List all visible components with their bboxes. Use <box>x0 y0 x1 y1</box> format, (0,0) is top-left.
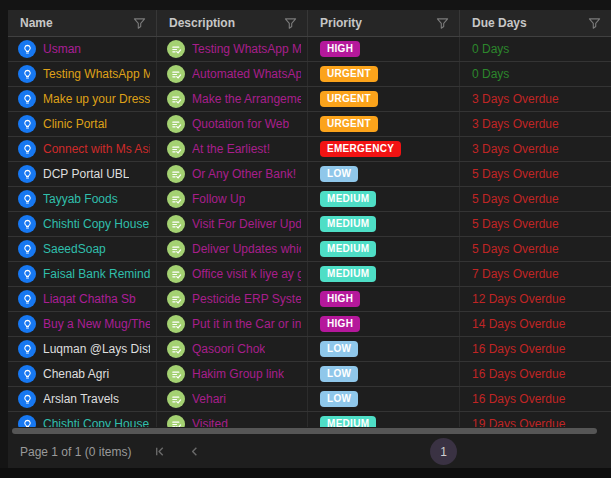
table-row[interactable]: Testing WhatsApp Msg! Automated WhatsApp… <box>8 62 611 87</box>
previous-page-icon[interactable] <box>188 445 201 458</box>
priority-badge: URGENT <box>320 116 378 132</box>
name-cell: Clinic Portal <box>8 112 157 136</box>
table-row[interactable]: Connect with Ms Asifa! At the Earliest! … <box>8 137 611 162</box>
table-row[interactable]: Usman Testing WhatsApp MSg HIGH 0 Days <box>8 37 611 62</box>
priority-cell: URGENT <box>308 112 460 136</box>
notes-check-icon <box>167 265 185 283</box>
filter-funnel-icon[interactable] <box>284 17 297 30</box>
priority-cell: LOW <box>308 387 460 411</box>
notes-check-icon <box>167 190 185 208</box>
lightbulb-icon <box>18 365 36 383</box>
due-days: 5 Days Overdue <box>472 167 559 181</box>
filter-funnel-icon[interactable] <box>436 17 449 30</box>
row-description: Vehari <box>192 392 226 406</box>
priority-badge: HIGH <box>320 291 360 307</box>
table-row[interactable]: Faisal Bank Reminder Office visit k liye… <box>8 262 611 287</box>
table-row[interactable]: Tayyab Foods Follow Up MEDIUM 5 Days Ove… <box>8 187 611 212</box>
priority-badge: MEDIUM <box>320 241 376 257</box>
row-name: Faisal Bank Reminder <box>43 267 150 281</box>
priority-cell: HIGH <box>308 37 460 61</box>
description-cell: Office visit k liye ay gy <box>157 262 308 286</box>
table-body: Usman Testing WhatsApp MSg HIGH 0 Days <box>8 37 611 427</box>
column-label: Description <box>169 16 235 30</box>
table-row[interactable]: Buy a New Mug/Thermos Put it in the Car … <box>8 312 611 337</box>
table-row[interactable]: Clinic Portal Quotation for Web URGENT 3… <box>8 112 611 137</box>
name-cell: Connect with Ms Asifa! <box>8 137 157 161</box>
due-days-cell: 3 Days Overdue <box>460 137 611 161</box>
priority-cell: LOW <box>308 337 460 361</box>
due-days-cell: 3 Days Overdue <box>460 112 611 136</box>
name-cell: DCP Portal UBL <box>8 162 157 186</box>
table-row[interactable]: Make up your Dressing & M Make the Arran… <box>8 87 611 112</box>
priority-badge: MEDIUM <box>320 416 376 427</box>
notes-check-icon <box>167 165 185 183</box>
row-name: Chishti Copy House <box>43 417 149 427</box>
table-row[interactable]: Liaqat Chatha Sb Pesticide ERP System (C… <box>8 287 611 312</box>
table-row[interactable]: Chishti Copy House Visit For Deliver Upd… <box>8 212 611 237</box>
description-cell: Make the Arrangements A <box>157 87 308 111</box>
notes-check-icon <box>167 390 185 408</box>
row-name: Usman <box>43 42 81 56</box>
table-row[interactable]: Chishti Copy House Visited MEDIUM 19 Day… <box>8 412 611 427</box>
notes-check-icon <box>167 340 185 358</box>
description-cell: Or Any Other Bank! <box>157 162 308 186</box>
row-description: Office visit k liye ay gy <box>192 267 301 281</box>
due-days-cell: 5 Days Overdue <box>460 212 611 236</box>
priority-badge: LOW <box>320 341 358 357</box>
row-name: Arslan Travels <box>43 392 119 406</box>
priority-cell: HIGH <box>308 287 460 311</box>
horizontal-scrollbar-thumb[interactable] <box>12 428 597 434</box>
table-row[interactable]: SaeedSoap Deliver Updates which the MEDI… <box>8 237 611 262</box>
notes-check-icon <box>167 365 185 383</box>
due-days: 5 Days Overdue <box>472 242 559 256</box>
lightbulb-icon <box>18 165 36 183</box>
column-label: Priority <box>320 16 362 30</box>
notes-check-icon <box>167 115 185 133</box>
row-name: Tayyab Foods <box>43 192 118 206</box>
column-header-due-days[interactable]: Due Days <box>460 10 611 36</box>
priority-cell: LOW <box>308 362 460 386</box>
first-page-icon[interactable] <box>153 445 166 458</box>
description-cell: Automated WhatsApp Msg <box>157 62 308 86</box>
row-description: Hakim Group link <box>192 367 284 381</box>
table-row[interactable]: Chenab Agri Hakim Group link LOW 16 Days… <box>8 362 611 387</box>
due-days-cell: 16 Days Overdue <box>460 362 611 386</box>
notes-check-icon <box>167 90 185 108</box>
due-days: 16 Days Overdue <box>472 342 565 356</box>
lightbulb-icon <box>18 40 36 58</box>
due-days: 3 Days Overdue <box>472 92 559 106</box>
lightbulb-icon <box>18 415 36 427</box>
row-name: Chishti Copy House <box>43 217 149 231</box>
priority-badge: MEDIUM <box>320 216 376 232</box>
name-cell: Testing WhatsApp Msg! <box>8 62 157 86</box>
name-cell: Chenab Agri <box>8 362 157 386</box>
row-name: Clinic Portal <box>43 117 107 131</box>
name-cell: Make up your Dressing & M <box>8 87 157 111</box>
due-days-cell: 16 Days Overdue <box>460 387 611 411</box>
table-row[interactable]: Luqman @Lays Distributio Qasoori Chok LO… <box>8 337 611 362</box>
description-cell: At the Earliest! <box>157 137 308 161</box>
column-header-priority[interactable]: Priority <box>308 10 460 36</box>
priority-badge: URGENT <box>320 66 378 82</box>
name-cell: Tayyab Foods <box>8 187 157 211</box>
row-description: Qasoori Chok <box>192 342 265 356</box>
row-description: Testing WhatsApp MSg <box>192 42 301 56</box>
due-days: 0 Days <box>472 42 509 56</box>
filter-funnel-icon[interactable] <box>133 17 146 30</box>
filter-funnel-icon[interactable] <box>588 17 601 30</box>
due-days: 5 Days Overdue <box>472 217 559 231</box>
page-number-button[interactable]: 1 <box>430 438 457 465</box>
row-description: Visited <box>192 417 228 427</box>
due-days-cell: 16 Days Overdue <box>460 337 611 361</box>
priority-badge: LOW <box>320 166 358 182</box>
table-row[interactable]: DCP Portal UBL Or Any Other Bank! LOW 5 … <box>8 162 611 187</box>
column-header-name[interactable]: Name <box>8 10 157 36</box>
row-description: Visit For Deliver Updates <box>192 217 301 231</box>
due-days: 14 Days Overdue <box>472 317 565 331</box>
description-cell: Hakim Group link <box>157 362 308 386</box>
description-cell: Pesticide ERP System (Co <box>157 287 308 311</box>
table-row[interactable]: Arslan Travels Vehari LOW 16 Days Overdu… <box>8 387 611 412</box>
column-header-description[interactable]: Description <box>157 10 308 36</box>
description-cell: Put it in the Car or in the Tr <box>157 312 308 336</box>
priority-badge: MEDIUM <box>320 266 376 282</box>
